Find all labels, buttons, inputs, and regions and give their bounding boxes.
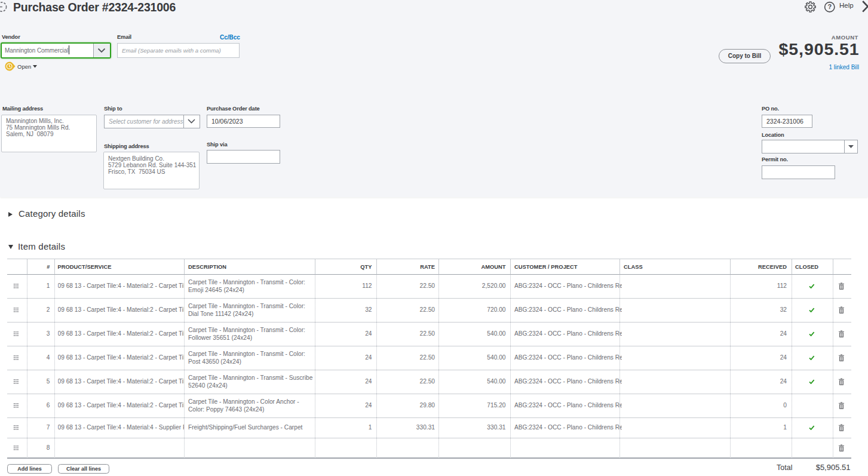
svg-text:?: ? <box>827 3 832 10</box>
